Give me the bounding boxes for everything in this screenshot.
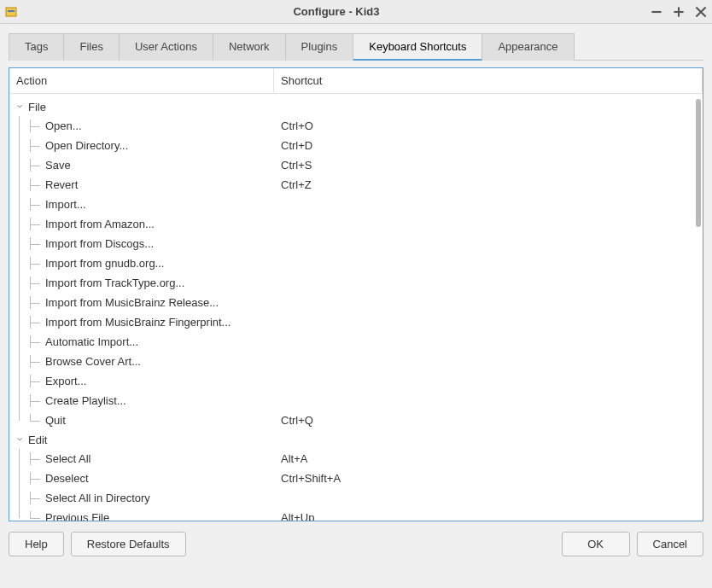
shortcut-row[interactable]: Import from TrackType.org... [9, 273, 703, 293]
action-label: Import from TrackType.org... [9, 277, 274, 289]
group-label: File [28, 101, 46, 114]
action-label: Save [9, 159, 274, 172]
shortcut-row[interactable]: Import from gnudb.org... [9, 253, 703, 273]
shortcut-row[interactable]: Open...Ctrl+O [9, 116, 703, 136]
chevron-down-icon [15, 434, 25, 445]
shortcut-row[interactable]: QuitCtrl+Q [9, 410, 703, 430]
ok-button[interactable]: OK [562, 532, 630, 556]
tree-group: EditSelect AllAlt+ADeselectCtrl+Shift+AS… [9, 430, 703, 521]
shortcut-value: Ctrl+D [274, 139, 703, 152]
table-header: Action Shortcut [9, 68, 703, 94]
tab-plugins[interactable]: Plugins [286, 33, 354, 61]
tree-group: FileOpen...Ctrl+OOpen Directory...Ctrl+D… [9, 97, 703, 430]
action-label: Select All [9, 452, 274, 465]
shortcut-row[interactable]: RevertCtrl+Z [9, 175, 703, 195]
tab-keyboard-shortcuts[interactable]: Keyboard Shortcuts [353, 33, 482, 61]
action-label: Browse Cover Art... [9, 355, 274, 368]
titlebar: Configure - Kid3 [0, 0, 712, 24]
action-label: Select All in Directory [9, 492, 274, 504]
cancel-button[interactable]: Cancel [637, 532, 703, 556]
action-label: Open Directory... [9, 139, 274, 152]
action-label: Import from gnudb.org... [9, 257, 274, 270]
tab-tags[interactable]: Tags [9, 33, 64, 61]
column-header-action[interactable]: Action [9, 69, 274, 92]
action-label: Revert [9, 178, 274, 191]
shortcut-row[interactable]: DeselectCtrl+Shift+A [9, 469, 703, 488]
tab-user-actions[interactable]: User Actions [120, 33, 213, 61]
action-label: Create Playlist... [9, 394, 274, 407]
app-icon [5, 5, 19, 19]
action-label: Export... [9, 375, 274, 387]
shortcuts-tree[interactable]: FileOpen...Ctrl+OOpen Directory...Ctrl+D… [9, 94, 703, 521]
shortcut-row[interactable]: Select AllAlt+A [9, 449, 703, 469]
shortcut-row[interactable]: Import from Discogs... [9, 234, 703, 253]
shortcut-row[interactable]: Browse Cover Art... [9, 352, 703, 371]
shortcut-value: Ctrl+Q [274, 414, 703, 427]
shortcut-row[interactable]: Automatic Import... [9, 332, 703, 352]
svg-rect-1 [8, 10, 15, 12]
minimize-button[interactable] [651, 6, 662, 18]
dialog-body: TagsFilesUser ActionsNetworkPluginsKeybo… [0, 24, 712, 567]
shortcut-value: Ctrl+Z [274, 178, 703, 191]
action-label: Open... [9, 119, 274, 132]
tab-files[interactable]: Files [64, 33, 119, 61]
shortcut-row[interactable]: Import from MusicBrainz Fingerprint... [9, 312, 703, 332]
action-label: Import from MusicBrainz Fingerprint... [9, 316, 274, 329]
action-label: Import... [9, 198, 274, 211]
shortcut-row[interactable]: Import from Amazon... [9, 214, 703, 234]
action-label: Quit [9, 414, 274, 427]
tab-network[interactable]: Network [213, 33, 286, 61]
shortcut-value: Alt+Up [274, 511, 703, 521]
action-label: Automatic Import... [9, 335, 274, 348]
help-button[interactable]: Help [9, 532, 64, 556]
maximize-button[interactable] [673, 6, 685, 18]
shortcut-value: Ctrl+Shift+A [274, 472, 703, 485]
shortcut-row[interactable]: Open Directory...Ctrl+D [9, 136, 703, 155]
window-title: Configure - Kid3 [22, 5, 651, 18]
group-header[interactable]: Edit [9, 430, 703, 449]
group-header[interactable]: File [9, 97, 703, 116]
action-label: Import from Discogs... [9, 237, 274, 250]
action-label: Import from MusicBrainz Release... [9, 296, 274, 309]
group-children: Select AllAlt+ADeselectCtrl+Shift+ASelec… [9, 449, 703, 521]
action-label: Previous File [9, 511, 274, 521]
shortcut-row[interactable]: Previous FileAlt+Up [9, 508, 703, 521]
button-bar: Help Restore Defaults OK Cancel [9, 521, 703, 560]
shortcut-row[interactable]: Import... [9, 195, 703, 214]
shortcut-value: Ctrl+O [274, 119, 703, 132]
tab-appearance[interactable]: Appearance [482, 33, 574, 61]
shortcut-row[interactable]: Select All in Directory [9, 488, 703, 508]
group-children: Open...Ctrl+OOpen Directory...Ctrl+DSave… [9, 116, 703, 430]
shortcut-row[interactable]: Export... [9, 371, 703, 391]
shortcut-value: Ctrl+S [274, 159, 703, 172]
action-label: Deselect [9, 472, 274, 485]
window-controls [651, 6, 707, 18]
scrollbar-thumb[interactable] [696, 99, 701, 227]
tab-bar: TagsFilesUser ActionsNetworkPluginsKeybo… [9, 32, 703, 61]
action-label: Import from Amazon... [9, 218, 274, 230]
restore-defaults-button[interactable]: Restore Defaults [71, 532, 186, 556]
shortcut-row[interactable]: Create Playlist... [9, 391, 703, 410]
shortcuts-panel: Action Shortcut FileOpen...Ctrl+OOpen Di… [9, 67, 703, 521]
chevron-down-icon [15, 102, 25, 112]
close-button[interactable] [695, 6, 707, 18]
shortcut-row[interactable]: SaveCtrl+S [9, 155, 703, 175]
shortcut-value: Alt+A [274, 452, 703, 465]
shortcut-row[interactable]: Import from MusicBrainz Release... [9, 293, 703, 312]
group-label: Edit [28, 434, 47, 446]
column-header-shortcut[interactable]: Shortcut [274, 69, 703, 92]
